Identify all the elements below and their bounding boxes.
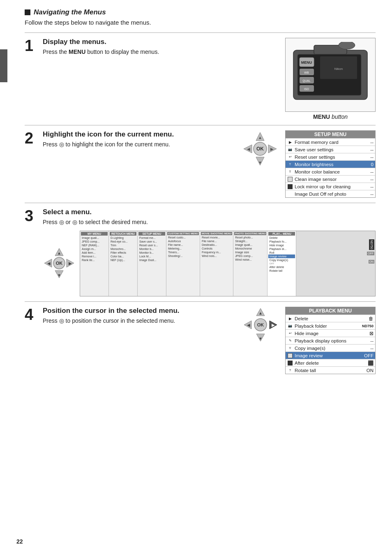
pano-col-mymenu: MY MENU Image quali... JPEG comp... NEF … — [80, 231, 109, 296]
pano-col-custom: CUSTOM SETTING MENU Reset custo... Autof… — [166, 231, 200, 296]
pb-icon-5 — [287, 353, 293, 359]
panoramic-menu: MY MENU Image quali... JPEG comp... NEF … — [80, 231, 376, 296]
step-1: 1 Display the menus. Press the MENU butt… — [25, 38, 376, 120]
pb-icon-7: ? — [287, 368, 293, 373]
setup-menu-row-1: 📷 Save user settings -- — [286, 146, 375, 153]
pano-item: File name... — [167, 243, 199, 247]
svg-text:◀: ◀ — [47, 261, 51, 266]
dpad-step3: ▲ ▼ ◀ ▶ OK — [43, 247, 76, 281]
step-3-title: Select a menu. — [43, 208, 376, 216]
pb-value-7: ON — [367, 368, 374, 373]
menu-bold: MENU — [313, 113, 330, 120]
page-number: 22 — [16, 538, 23, 545]
pb-label-5: Image review — [295, 353, 362, 358]
setup-menu-row-3: T Monitor brightness 0 — [286, 160, 375, 168]
top-divider — [25, 32, 376, 33]
pano-item: Assign m... — [81, 247, 108, 251]
svg-text:▲: ▲ — [258, 311, 263, 315]
svg-text:▶: ▶ — [270, 147, 274, 151]
pano-item: Roll — [268, 251, 295, 255]
playback-row-6: After delete ⬛ — [286, 359, 375, 366]
section-title-block: Navigating the Menus — [25, 8, 376, 16]
svg-text:ISO: ISO — [304, 88, 309, 90]
step-3-content: Select a menu. Press ◎ or ◎ to select th… — [43, 208, 376, 296]
section-heading: Navigating the Menus — [34, 8, 106, 16]
step-4-number: 4 — [25, 307, 37, 322]
menu-label-7: Image Dust Off ref photo — [295, 192, 365, 197]
menu-icon-3: T — [287, 162, 293, 167]
step-4-body: Press ◎ to position the cursor in the se… — [43, 317, 234, 325]
menu-label-6: Lock mirror up for cleaning — [295, 184, 365, 189]
pb-icon-1: 📷 — [287, 323, 293, 329]
pano-item: Hide image — [268, 243, 295, 247]
setup-menu-row-5: Clean image sensor -- — [286, 175, 375, 183]
pb-icon-3: ✎ — [287, 338, 293, 344]
dpad-step4: ▲ ▼ ◀ ▶ OK — [242, 307, 279, 344]
step-4-text: Position the cursor in the selected menu… — [43, 307, 242, 325]
pb-icon-6 — [287, 360, 293, 366]
playback-row-1: 📷 Playback folder ND750 — [286, 322, 375, 329]
step-2-visuals: ▲ ▼ ◀ ▶ OK — [242, 130, 376, 198]
step-4-content: Position the cursor in the selected menu… — [43, 307, 376, 374]
setup-menu-header: SETUP MENU — [286, 131, 375, 138]
side-tab — [0, 49, 7, 82]
pb-icon-4: Y — [287, 345, 293, 351]
pano-item: Rank ite... — [81, 258, 108, 262]
pano-item: Reset custo... — [167, 236, 199, 239]
pano-item: Straight... — [234, 239, 266, 243]
pano-item: Playback fo... — [268, 240, 295, 243]
pano-item: Color ba... — [110, 255, 136, 258]
menu-label-5: Clean image sensor — [295, 177, 365, 182]
setup-menu-row-2: ↩ Reset user settings -- — [286, 153, 375, 160]
menu-icon-7 — [287, 191, 293, 197]
pano-col-retouch: RETOUCH MENU D-Lighting Red-eye co... Tr… — [109, 231, 138, 296]
svg-text:OK: OK — [257, 322, 264, 327]
pano-item: Wind noise... — [234, 258, 266, 261]
svg-text:QUAL: QUAL — [302, 79, 310, 83]
step-4: 4 Position the cursor in the selected me… — [25, 307, 376, 374]
pb-value-2: ⊠ — [367, 331, 374, 336]
svg-text:◀: ◀ — [247, 323, 250, 327]
step-2-number: 2 — [25, 130, 37, 146]
pano-item: Remove i... — [81, 255, 108, 258]
step-3-body: Press ◎ or ◎ to select the desired menu. — [43, 218, 376, 227]
pano-item: Shooting/... — [167, 254, 199, 258]
off-label: OFF — [367, 252, 374, 255]
pano-item: Copy image(s) — [268, 258, 295, 262]
svg-text:MENU: MENU — [301, 60, 312, 65]
menu-value-5: -- — [367, 177, 374, 182]
step-1-row: Display the menus. Press the MENU button… — [43, 38, 376, 120]
svg-text:OK: OK — [56, 261, 63, 266]
svg-text:▶: ▶ — [69, 261, 72, 266]
svg-point-13 — [339, 42, 355, 49]
menu-label-0: Format memory card — [295, 140, 365, 145]
pb-label-3: Playback display options — [295, 338, 365, 343]
camera-image: MENU WB QUAL ISO Nikon — [285, 38, 376, 120]
pano-item: Image quali... — [234, 243, 266, 247]
playback-row-5: Image review OFF — [286, 352, 375, 359]
pano-item: Add item... — [81, 251, 108, 255]
playback-menu-header: PLAYBACK MENU — [286, 307, 375, 315]
pano-header-mymenu: MY MENU — [81, 232, 108, 236]
pano-item: Frequency m... — [201, 250, 232, 254]
step3-divider — [25, 301, 376, 302]
pano-item: Monochro... — [110, 247, 136, 251]
menu-value-0: -- — [367, 140, 374, 145]
step-3-visual: ▲ ▼ ◀ ▶ OK MY MENU Image quali. — [43, 231, 376, 296]
pb-label-2: Hide image — [295, 331, 365, 336]
pb-label-6: After delete — [295, 361, 365, 366]
pano-item: Reset movie... — [201, 236, 232, 239]
pano-item: Red-eye co... — [110, 240, 136, 243]
pano-header-playback: PLAY... MENU — [268, 232, 295, 236]
menu-label-1: Save user settings — [295, 147, 365, 152]
svg-text:OK: OK — [256, 146, 264, 152]
svg-text:▶: ▶ — [272, 323, 275, 327]
pano-item: Controls — [201, 247, 232, 250]
setup-menu-table: SETUP MENU ▶ Format memory card -- 📷 Sav… — [285, 130, 376, 198]
pano-col-movie: MOVIE SHOOTING MENU Reset movie... File … — [200, 231, 233, 296]
playback-row-2: ↩ Hide image ⊠ — [286, 329, 375, 337]
step-1-text: Display the menus. Press the MENU button… — [43, 38, 285, 56]
step-2-content: Highlight the icon for the current menu.… — [43, 130, 376, 198]
pano-header-retouch: RETOUCH MENU — [110, 232, 136, 236]
step-1-number: 1 — [25, 38, 37, 53]
